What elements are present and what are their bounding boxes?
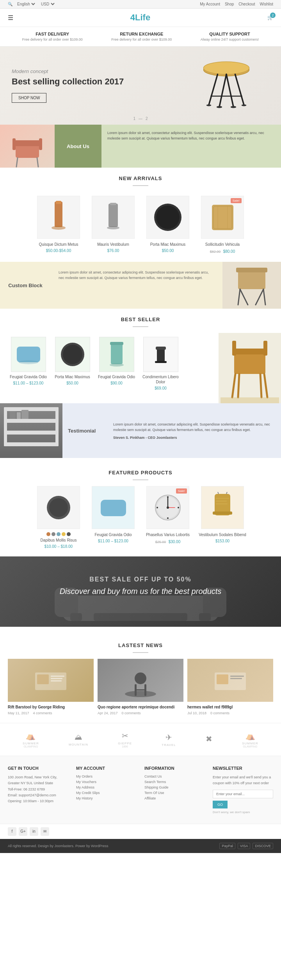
logo[interactable]: 4Life <box>13 13 267 23</box>
wishlist-link[interactable]: Wishlist <box>260 2 273 6</box>
swatch[interactable] <box>57 532 60 536</box>
footer-link-shipping[interactable]: Shipping Guide <box>144 785 205 789</box>
svg-line-2 <box>219 74 226 107</box>
svg-point-42 <box>110 363 124 367</box>
featured-header: FEATURED PRODUCTS <box>8 462 273 479</box>
brands-section: ⛺ SUMMER GLAMPING ⛰ MoUnTAiN ✂ GIEPPE 18… <box>0 723 281 756</box>
linkedin-icon[interactable]: in <box>30 827 38 836</box>
news-title-1[interactable]: Rift Barstool by George Riding <box>8 705 94 709</box>
shop-now-button[interactable]: SHOP NOW <box>12 93 46 103</box>
swatch[interactable] <box>46 532 50 536</box>
new-arrivals-grid: Quisque Dictum Metus $50.00-$54.00 Mauri… <box>0 192 281 262</box>
product-img-3[interactable] <box>146 196 189 239</box>
footer-link-affiliate[interactable]: Affiliate <box>144 796 205 800</box>
menu-icon[interactable]: ☰ <box>8 14 13 21</box>
hero-dot-2[interactable]: 2 <box>146 116 148 121</box>
swatch[interactable] <box>67 532 71 536</box>
svg-line-51 <box>264 374 267 397</box>
svg-rect-86 <box>70 613 82 621</box>
checkout-link[interactable]: Checkout <box>238 2 255 6</box>
featured-img-3[interactable] <box>146 486 189 529</box>
news-img-3[interactable] <box>187 659 273 702</box>
payment-icons: PayPal VISA DISCOVE <box>219 843 273 849</box>
svg-point-73 <box>167 517 169 519</box>
footer-grid: GET IN TOUCH 100 Joom Road, New York Cit… <box>8 766 273 814</box>
footer-social: f G+ in ✉ <box>0 824 281 839</box>
svg-point-94 <box>125 691 156 697</box>
footer-link-address[interactable]: My Address <box>76 785 137 789</box>
feature-exchange-desc: Free delivery for all order over $109.00 <box>111 38 172 41</box>
product-img-1[interactable] <box>37 196 80 239</box>
hero-dots[interactable]: 1 — 2 <box>133 116 148 121</box>
bs-price-4: $69.00 <box>140 386 181 390</box>
bs-img-3[interactable] <box>99 337 134 372</box>
shop-link[interactable]: Shop <box>225 2 234 6</box>
footer-link-terms[interactable]: Term Of Use <box>144 791 205 795</box>
news-meta-3: Jul 10, 2018 0 comments <box>187 711 273 715</box>
featured-img-4[interactable] <box>201 486 244 529</box>
footer-bottom: All rights reserved. Design by Joomlaste… <box>0 839 281 853</box>
brand-logo-3[interactable]: ✂ GIEPPE 1896 <box>118 731 132 748</box>
brand-logo-4[interactable]: ✈ TRAVEL <box>162 733 176 747</box>
my-account-link[interactable]: My Account <box>200 2 220 6</box>
svg-rect-19 <box>56 201 61 204</box>
news-img-2[interactable] <box>98 659 183 702</box>
svg-rect-35 <box>17 347 40 362</box>
logo-text: Life <box>135 13 150 22</box>
footer-link-contact[interactable]: Contact Us <box>144 774 205 778</box>
googleplus-icon[interactable]: G+ <box>19 827 27 836</box>
bs-img-2[interactable] <box>55 337 90 372</box>
best-seller-header: BEST SELLER <box>0 309 281 326</box>
svg-rect-101 <box>230 676 244 677</box>
featured-grid: Dapibus Mollis Risus $10.00 – $18.00 Feu… <box>8 486 273 549</box>
newsletter-email-input[interactable] <box>213 790 273 798</box>
brand-logo-5[interactable]: ✖ <box>206 734 212 745</box>
featured-price-3: $30.00 <box>169 540 181 544</box>
swatch[interactable] <box>52 532 55 536</box>
svg-line-13 <box>16 158 18 167</box>
product-img-2[interactable] <box>92 196 135 239</box>
footer-link-history[interactable]: My History <box>76 796 137 800</box>
custom-block-text: Lorem ipsum dolor sit amet, consectetur … <box>51 262 222 309</box>
bs-img-1[interactable] <box>11 337 46 372</box>
featured-old-price-3: $25.00 <box>155 540 166 544</box>
featured-section: FEATURED PRODUCTS Dapibus Mollis Risus $… <box>0 458 281 556</box>
currency-selector[interactable]: USD <box>39 2 56 7</box>
news-header: LASTEST NEWS <box>8 635 273 652</box>
svg-line-33 <box>240 289 248 305</box>
product-img-4[interactable] <box>201 196 244 239</box>
featured-img-2[interactable] <box>92 486 135 529</box>
svg-rect-57 <box>4 431 59 435</box>
footer-link-vouchers[interactable]: My Vouchers <box>76 780 137 784</box>
language-selector[interactable]: English <box>16 2 36 7</box>
news-title-3[interactable]: hermes wallet red f989gl <box>187 705 273 709</box>
svg-rect-81 <box>216 501 227 502</box>
svg-rect-56 <box>4 419 59 423</box>
featured-img-1[interactable] <box>37 486 80 529</box>
discover-icon: DISCOVE <box>253 843 273 849</box>
footer-link-search[interactable]: Search Terms <box>144 780 205 784</box>
brand-logo-1[interactable]: ⛺ SUMMER GLAMPING <box>23 731 39 748</box>
brand-logo-2[interactable]: ⛰ MoUnTAiN <box>69 733 88 746</box>
footer-link-orders[interactable]: My Orders <box>76 774 137 778</box>
newsletter-submit-button[interactable]: GO <box>213 801 228 808</box>
svg-point-65 <box>49 498 68 517</box>
svg-rect-41 <box>110 342 123 345</box>
bs-card-3: Feugiat Gravida Odio $90.00 <box>96 337 137 390</box>
cart-icon[interactable]: 🛒 2 <box>267 15 273 20</box>
news-img-1[interactable] <box>8 659 94 702</box>
feature-delivery-title: FAST DELIVERY <box>22 32 83 36</box>
swatch[interactable] <box>62 532 66 536</box>
brand-name-6b: GLAMPING <box>242 745 258 748</box>
bs-price-3: $90.00 <box>96 381 137 385</box>
hero-dot-1[interactable]: 1 <box>133 116 135 121</box>
news-title-2[interactable]: Quo regione aportere reprimique docendi <box>98 705 183 709</box>
bs-card-2: Porta Miac Maximus $50.00 <box>52 337 93 390</box>
bs-img-4[interactable] <box>143 337 178 372</box>
product-card-2: Mauris Vestibulum $76.00 <box>88 196 139 254</box>
email-social-icon[interactable]: ✉ <box>41 827 49 836</box>
facebook-icon[interactable]: f <box>8 827 16 836</box>
best-seller-content: Feugiat Gravida Odio $11.00 – $123.00 Po… <box>0 333 281 403</box>
brand-logo-6[interactable]: ⛺ SUMMER GLAMPING <box>242 731 258 748</box>
footer-link-credit[interactable]: My Credit Slips <box>76 791 137 795</box>
